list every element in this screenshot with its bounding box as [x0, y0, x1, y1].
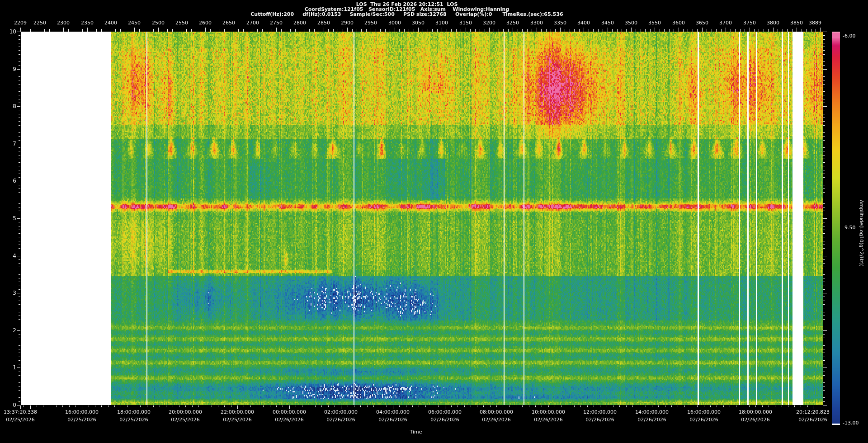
top-axis-label: 2950	[362, 20, 380, 26]
top-axis-label: 2850	[315, 20, 333, 26]
y-axis-label: 9	[5, 66, 16, 72]
colorbar-tick-label: -13.00	[843, 420, 859, 426]
top-axis-label: 3150	[457, 20, 475, 26]
date-label: 02/26/2026	[788, 417, 838, 423]
top-axis-label: 3600	[670, 20, 688, 26]
time-label: 18:00:00.000	[731, 409, 780, 415]
time-label: 20:12:20.823	[788, 409, 838, 415]
spectrogram-screen: LOS Thu 26 Feb 2026 20:12:51 LOS CoordSy…	[0, 0, 868, 443]
time-label: 18:00:00.000	[109, 409, 159, 415]
date-label: 02/26/2026	[731, 417, 780, 423]
date-label: 02/25/2026	[160, 417, 210, 423]
date-label: 02/26/2026	[679, 417, 729, 423]
time-label: 12:00:00.000	[575, 409, 625, 415]
y-axis-label: 7	[5, 141, 16, 147]
y-axis-label: 8	[5, 103, 16, 109]
top-axis-label: 2750	[267, 20, 285, 26]
top-axis-label: 3400	[575, 20, 593, 26]
time-label: 08:00:00.000	[472, 409, 521, 415]
y-axis-label: 6	[5, 178, 16, 184]
y-axis-label: 0	[5, 402, 16, 408]
date-label: 02/26/2026	[316, 417, 366, 423]
top-axis-label: 3550	[646, 20, 664, 26]
top-axis-label: 2500	[149, 20, 167, 26]
date-label: 02/26/2026	[575, 417, 625, 423]
date-label: 02/26/2026	[420, 417, 470, 423]
top-axis-label: 3650	[693, 20, 711, 26]
date-label: 02/26/2026	[264, 417, 314, 423]
top-axis-label: 3889	[806, 20, 824, 26]
top-axis-label: 3200	[480, 20, 498, 26]
date-label: 02/26/2026	[627, 417, 677, 423]
top-axis-label: 3850	[788, 20, 806, 26]
colorbar-tick-label: -9.50	[843, 225, 855, 231]
colorbar-tick-label: -6.00	[843, 33, 855, 39]
top-axis-label: 2250	[31, 20, 49, 26]
time-label: 10:00:00.000	[524, 409, 573, 415]
time-label: 14:00:00.000	[627, 409, 677, 415]
header-params-line2: Cuttoff(Hz):200 df(Hz):0.0153 Sample/Sec…	[0, 11, 814, 17]
top-axis-label: 2550	[173, 20, 191, 26]
top-axis-label: 3700	[717, 20, 735, 26]
date-label: 02/26/2026	[368, 417, 418, 423]
top-axis-label: 2700	[244, 20, 262, 26]
date-label: 02/26/2026	[524, 417, 573, 423]
time-label: 04:00:00.000	[368, 409, 418, 415]
top-axis-label: 2350	[78, 20, 96, 26]
top-axis-label: 3800	[764, 20, 782, 26]
top-axis-label: 3750	[741, 20, 759, 26]
y-axis-label: 1	[5, 364, 16, 371]
top-axis-label: 2450	[125, 20, 143, 26]
top-axis-label: 3450	[599, 20, 617, 26]
time-label: 06:00:00.000	[420, 409, 470, 415]
time-label: 20:00:00.000	[160, 409, 210, 415]
top-axis-label: 3500	[622, 20, 640, 26]
top-axis-label: 3100	[433, 20, 451, 26]
date-label: 02/25/2026	[0, 417, 45, 423]
y-axis-label: 2	[5, 327, 16, 334]
time-label: 00:00:00.000	[264, 409, 314, 415]
y-axis-label: 3	[5, 290, 16, 296]
colorbar-title: Amplitude(Log10(g^2/Hz))	[859, 200, 864, 267]
top-axis-label: 2300	[54, 20, 72, 26]
top-axis-label: 2900	[338, 20, 356, 26]
y-axis-label: 10	[5, 28, 16, 35]
time-label: 13:37:20.338	[0, 409, 45, 415]
top-axis-label: 2400	[102, 20, 120, 26]
top-axis-label: 2800	[291, 20, 309, 26]
date-label: 02/26/2026	[472, 417, 521, 423]
y-axis-label: 4	[5, 253, 16, 259]
date-label: 02/25/2026	[109, 417, 159, 423]
top-axis-label: 2650	[220, 20, 238, 26]
time-label: 22:00:00.000	[212, 409, 262, 415]
time-label: 02:00:00.000	[316, 409, 366, 415]
top-axis-label: 3050	[409, 20, 427, 26]
time-label: 16:00:00.000	[679, 409, 729, 415]
y-axis-label: 5	[5, 215, 16, 222]
top-axis-label: 2209	[11, 20, 29, 26]
top-axis-label: 2600	[196, 20, 214, 26]
top-axis-label: 3350	[551, 20, 569, 26]
date-label: 02/25/2026	[57, 417, 107, 423]
date-label: 02/25/2026	[212, 417, 262, 423]
top-axis-label: 3000	[386, 20, 404, 26]
top-axis-label: 3250	[504, 20, 522, 26]
spectrogram-canvas	[0, 0, 868, 443]
time-axis-title: Time	[389, 429, 443, 435]
top-axis-label: 3300	[528, 20, 546, 26]
time-label: 16:00:00.000	[57, 409, 107, 415]
